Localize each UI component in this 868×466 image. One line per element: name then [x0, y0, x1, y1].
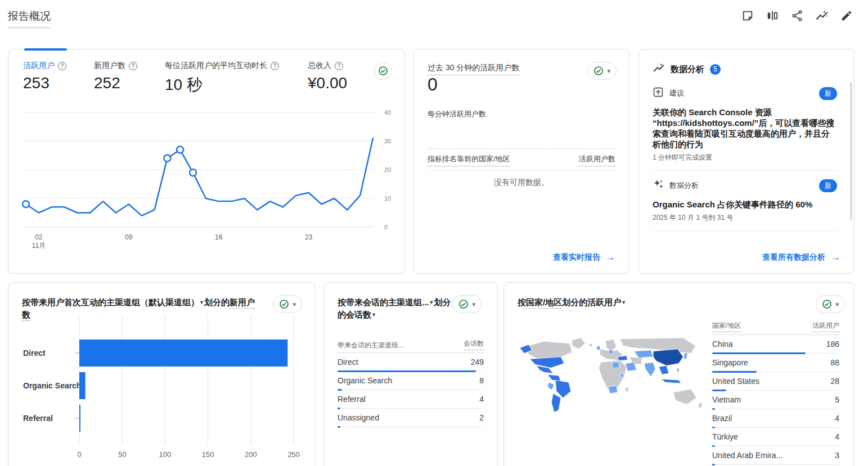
map-region-kazakhstan — [635, 350, 654, 358]
map-region-scandinavia — [605, 339, 617, 351]
x-tick-label: 50 — [118, 450, 126, 459]
row-label: United Arab Emira... — [712, 451, 782, 460]
x-tick-label: 100 — [159, 450, 172, 459]
insights-header: 数据分析 5 — [653, 62, 721, 76]
country-row[interactable]: Brazil4 — [712, 409, 839, 428]
realtime-sparkline-baseline — [428, 148, 615, 149]
map-region-saudi-arabia — [626, 363, 637, 372]
realtime-value: 0 — [428, 74, 438, 95]
category-label: Organic Search — [23, 381, 82, 390]
data-quality-dropdown[interactable]: ▾ — [452, 295, 482, 313]
dropdown-caret-icon[interactable]: ▼ — [371, 312, 376, 318]
view-all-insights-link[interactable]: 查看所有数据分析→ — [762, 252, 840, 263]
map-region-china — [653, 349, 683, 366]
row-value: 3 — [835, 451, 839, 460]
comparison-icon[interactable] — [766, 9, 779, 22]
y-tick-label: 10 — [384, 195, 391, 202]
session-channel-row[interactable]: Organic Search8 — [338, 372, 484, 390]
view-realtime-report-link[interactable]: 查看实时报告→ — [553, 252, 615, 263]
country-row[interactable]: Vietnam5 — [712, 391, 839, 409]
chevron-down-icon: ▾ — [472, 301, 475, 308]
col-active-users[interactable]: 活跃用户 — [812, 321, 839, 332]
map-region-argentina — [551, 393, 561, 413]
y-tick-label: 20 — [384, 166, 391, 173]
country-row[interactable]: Singapore88 — [712, 354, 839, 372]
overview-metrics-card: 活跃用户? 253 新用户数? 252 每位活跃用户的平均互动时长? 10 秒 … — [8, 49, 405, 274]
table-header: 带来会话的主渠道组... 会话数 — [338, 337, 484, 350]
x-tick-label: 02 — [35, 233, 43, 241]
row-value: 2 — [479, 413, 484, 422]
map-region-brazil — [555, 380, 571, 398]
x-tick-label: 150 — [202, 450, 214, 459]
sessions-by-channel-card: 按带来会话的主渠道组...▼划分的会话数▼ ▾ 带来会话的主渠道组... 会话数… — [323, 282, 498, 466]
realtime-col-country[interactable]: 指标排名靠前的国家/地区 — [428, 154, 510, 166]
map-region-united-states — [530, 357, 564, 368]
header-toolbar — [741, 9, 853, 22]
x-tick-label: 09 — [125, 233, 133, 241]
realtime-subtitle: 每分钟活跃用户数 — [428, 109, 486, 119]
insight-item[interactable]: 数据分析 新 Organic Search 占你关键事件路径的 60% 2025… — [653, 179, 837, 223]
arrow-right-icon: → — [831, 252, 840, 263]
dropdown-caret-icon[interactable]: ▼ — [621, 300, 626, 305]
row-value: 8 — [479, 376, 484, 385]
session-channel-row[interactable]: Direct249 — [338, 353, 484, 372]
sessions-table: 带来会话的主渠道组... 会话数 Direct249Organic Search… — [338, 337, 484, 427]
country-row[interactable]: United Arab Emira...3 — [712, 446, 839, 465]
card-title: 按带来会话的主渠道组...▼划分的会话数▼ — [338, 296, 452, 321]
row-label: Vietnam — [712, 395, 741, 404]
x-tick-label: 200 — [245, 450, 257, 459]
country-row[interactable]: Türkiye4 — [712, 428, 839, 446]
country-term[interactable]: 国家/地区 — [526, 297, 562, 309]
insight-note: 1 分钟即可完成设置 — [653, 153, 837, 162]
category-label: Referral — [23, 414, 53, 423]
row-value-bar — [338, 426, 340, 428]
x-tick-label: 250 — [287, 450, 300, 459]
active-users-line-chart[interactable]: 4030201000211月091623 — [8, 49, 406, 256]
insight-kind: 建议 — [669, 88, 684, 98]
map-region-greenland — [572, 338, 586, 349]
realtime-title[interactable]: 过去 30 分钟的活跃用户数 — [428, 63, 519, 75]
session-channel-row[interactable]: Unassigned2 — [338, 409, 484, 427]
insights-card: 数据分析 5 建议 新 关联你的 Search Console 资源 “http… — [638, 49, 854, 274]
row-value-bar — [712, 464, 715, 465]
row-label: Singapore — [712, 358, 748, 367]
country-row[interactable]: United States28 — [712, 372, 839, 391]
row-label: United States — [712, 377, 759, 386]
data-quality-dropdown[interactable]: ▾ — [816, 295, 845, 313]
col-sessions[interactable]: 会话数 — [464, 339, 484, 350]
share-icon[interactable] — [790, 9, 804, 22]
row-label: Referral — [338, 395, 366, 404]
map-region-india — [644, 363, 655, 377]
row-label: China — [712, 340, 733, 349]
insight-kind: 数据分析 — [669, 180, 699, 191]
realtime-card: 过去 30 分钟的活跃用户数 ▾ 0 每分钟活跃用户数 指标排名靠前的国家/地区… — [413, 49, 629, 274]
recommendation-icon — [653, 87, 664, 100]
session-channel-row[interactable]: Referral4 — [338, 390, 484, 409]
new-users-bar-chart[interactable]: 050100150200250DirectOrganic SearchRefer… — [8, 304, 316, 466]
scrollbar[interactable] — [850, 82, 852, 220]
insight-item[interactable]: 建议 新 关联你的 Search Console 资源 “https://kid… — [653, 87, 837, 162]
note-icon[interactable] — [741, 9, 754, 22]
row-value: 249 — [471, 358, 484, 367]
map-region-indonesia — [661, 379, 681, 383]
line-series — [26, 138, 373, 216]
report-overview-page: 报告概况 活跃用户? 253 新用户数? 252 每位活跃用户的平均互动时长? — [0, 0, 868, 466]
map-region-iceland — [588, 343, 592, 347]
world-map[interactable] — [516, 334, 705, 447]
new-users-by-channel-card: 按带来用户首次互动的主渠道组（默认渠道组）▼划分的新用户数 ▾ 05010015… — [8, 282, 315, 466]
map-region-australia — [673, 389, 697, 405]
insight-text: Organic Search 占你关键事件路径的 60% — [653, 199, 837, 210]
edit-icon[interactable] — [840, 9, 853, 22]
row-label: Unassigned — [338, 413, 379, 422]
divider — [653, 230, 837, 231]
insights-icon[interactable] — [815, 9, 829, 22]
countries-table: 国家/地区 活跃用户 China186Singapore88United Sta… — [712, 319, 839, 465]
col-country[interactable]: 国家/地区 — [712, 321, 741, 332]
arrow-right-icon: → — [606, 252, 615, 263]
map-region-southeast-asia — [659, 365, 669, 374]
bar — [79, 340, 287, 367]
y-tick-label: 30 — [384, 138, 391, 144]
country-row[interactable]: China186 — [712, 335, 839, 354]
data-quality-dropdown[interactable]: ▾ — [587, 62, 617, 80]
realtime-col-active-users[interactable]: 活跃用户数 — [579, 154, 615, 166]
